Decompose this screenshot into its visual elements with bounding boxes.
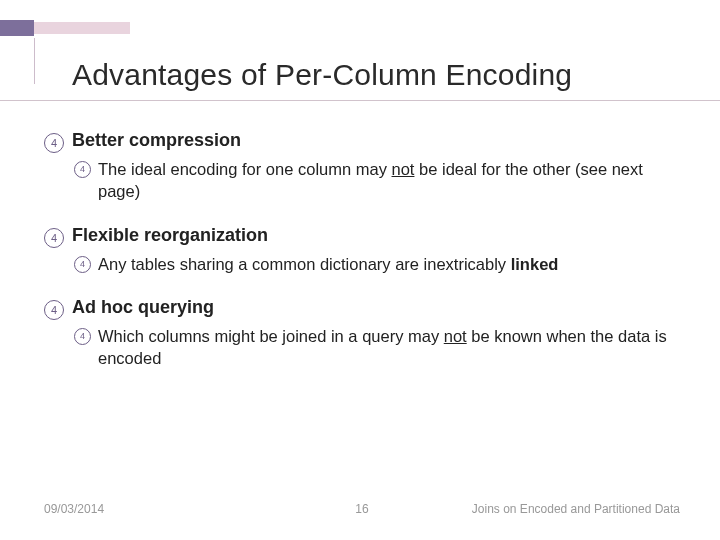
- slide: Advantages of Per-Column Encoding 4 Bett…: [0, 0, 720, 540]
- text-run: Any tables sharing a common dictionary a…: [98, 255, 511, 273]
- footer-page-number: 16: [355, 502, 368, 516]
- bullet-sub-text: Which columns might be joined in a query…: [98, 325, 680, 370]
- bullet-flexible: 4 Flexible reorganization 4 Any tables s…: [44, 225, 680, 275]
- slide-body: 4 Better compression 4 The ideal encodin…: [44, 130, 680, 391]
- circled-bullet-icon: 4: [74, 328, 91, 345]
- text-run-underline: not: [392, 160, 415, 178]
- bullet-head: 4 Better compression: [44, 130, 680, 152]
- bullet-head-text: Ad hoc querying: [72, 297, 214, 318]
- footer-label: Joins on Encoded and Partitioned Data: [472, 502, 680, 516]
- circled-bullet-icon: 4: [44, 228, 64, 248]
- circled-bullet-icon: 4: [44, 300, 64, 320]
- circled-bullet-icon: 4: [44, 133, 64, 153]
- bullet-head: 4 Ad hoc querying: [44, 297, 680, 319]
- footer-date: 09/03/2014: [44, 502, 104, 516]
- bullet-head-text: Better compression: [72, 130, 241, 151]
- text-run: Which columns might be joined in a query…: [98, 327, 444, 345]
- bullet-adhoc: 4 Ad hoc querying 4 Which columns might …: [44, 297, 680, 370]
- bullet-sub-text: The ideal encoding for one column may no…: [98, 158, 680, 203]
- bullet-head-text: Flexible reorganization: [72, 225, 268, 246]
- bullet-head: 4 Flexible reorganization: [44, 225, 680, 247]
- slide-footer: 09/03/2014 16 Joins on Encoded and Parti…: [44, 502, 680, 516]
- bullet-sub: 4 Which columns might be joined in a que…: [74, 325, 680, 370]
- circled-bullet-icon: 4: [74, 161, 91, 178]
- circled-bullet-icon: 4: [74, 256, 91, 273]
- title-underline: [0, 100, 720, 101]
- text-run: The ideal encoding for one column may: [98, 160, 392, 178]
- text-run-bold: linked: [511, 255, 559, 273]
- bullet-sub-text: Any tables sharing a common dictionary a…: [98, 253, 558, 275]
- slide-title: Advantages of Per-Column Encoding: [72, 58, 652, 98]
- left-rule: [34, 38, 35, 84]
- text-run-underline: not: [444, 327, 467, 345]
- accent-blush-block: [34, 22, 130, 34]
- bullet-compression: 4 Better compression 4 The ideal encodin…: [44, 130, 680, 203]
- accent-bar: [0, 20, 130, 36]
- bullet-sub: 4 Any tables sharing a common dictionary…: [74, 253, 680, 275]
- accent-purple-block: [0, 20, 34, 36]
- bullet-sub: 4 The ideal encoding for one column may …: [74, 158, 680, 203]
